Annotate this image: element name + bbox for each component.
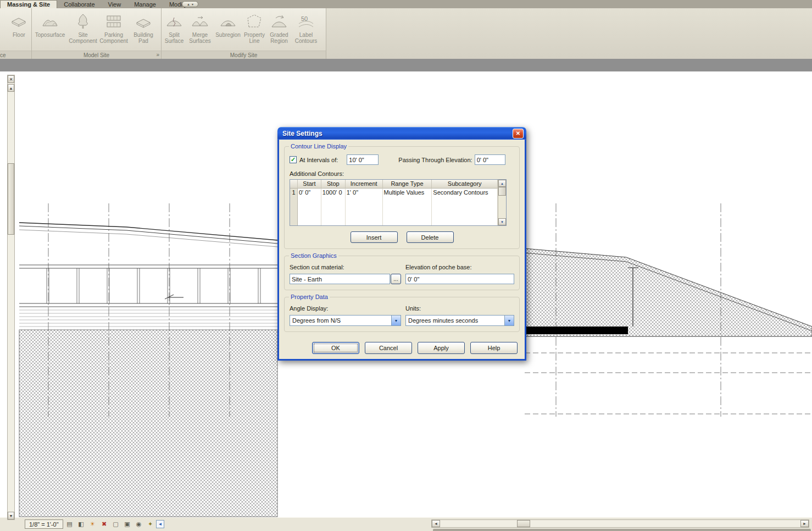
scroll-left-icon[interactable]: ◄: [432, 520, 440, 527]
angle-display-select[interactable]: Degrees from N/S ▼: [290, 315, 401, 326]
tab-collaborate[interactable]: Collaborate: [57, 1, 101, 8]
cell-start[interactable]: 0' 0": [298, 189, 321, 197]
units-select[interactable]: Degrees minutes seconds ▼: [405, 315, 514, 326]
tab-view[interactable]: View: [102, 1, 128, 8]
reveal-hidden-icon[interactable]: ✦: [146, 519, 155, 529]
row-number: 1: [290, 189, 297, 197]
column-header-start[interactable]: Start: [298, 180, 321, 189]
column-header-stop[interactable]: Stop: [321, 180, 346, 189]
pan-left-button[interactable]: ◄: [156, 520, 164, 528]
parking-component-icon: [105, 13, 123, 30]
cell-range-type[interactable]: Multiple Values: [383, 189, 432, 197]
group-label: Section Graphics: [289, 252, 338, 259]
temporary-hide-icon[interactable]: ◉: [134, 519, 143, 529]
floor-button[interactable]: Floor: [7, 9, 31, 51]
apply-button[interactable]: Apply: [418, 342, 465, 354]
property-line-button[interactable]: Property Line: [242, 9, 266, 51]
scroll-right-icon[interactable]: ►: [800, 520, 809, 527]
cell-subcategory[interactable]: Secondary Contours: [432, 189, 497, 197]
panel-expander-icon[interactable]: »: [156, 52, 159, 58]
additional-contours-table[interactable]: 1 Start 0' 0" Stop 1000' 0 Increment 1' …: [290, 179, 507, 226]
passing-elevation-input[interactable]: [475, 154, 505, 165]
ribbon-minimize-toggle[interactable]: ▲ ▾: [182, 1, 198, 7]
panel-label-modify-site[interactable]: Modify Site: [162, 51, 326, 59]
parking-component-button-label: Parking Component: [98, 32, 129, 44]
table-scrollbar-track[interactable]: [498, 196, 506, 218]
parking-component-button[interactable]: Parking Component: [98, 9, 129, 51]
detail-level-icon[interactable]: ▤: [65, 519, 74, 529]
column-header-subcategory[interactable]: Subcategory: [432, 180, 498, 189]
site-component-button-label: Site Component: [68, 32, 98, 44]
sun-icon[interactable]: ☀: [88, 519, 97, 529]
panel-label-model-by-face[interactable]: ce: [0, 51, 31, 59]
label-contours-button-label: Label Contours: [292, 32, 320, 44]
browse-material-button[interactable]: ...: [391, 274, 401, 284]
cancel-button[interactable]: Cancel: [365, 342, 412, 354]
merge-surfaces-button-label: Merge Surfaces: [186, 32, 214, 44]
poche-base-input[interactable]: [405, 274, 514, 284]
delete-button[interactable]: Delete: [407, 231, 454, 243]
ok-button[interactable]: OK: [312, 342, 359, 354]
crop-view-icon[interactable]: ▢: [111, 519, 120, 529]
scrollbar-track[interactable]: [8, 92, 14, 512]
label-contours-button[interactable]: 50 Label Contours: [292, 9, 320, 51]
section-cut-material-input[interactable]: [290, 274, 390, 284]
view-scale-control[interactable]: 1/8" = 1'-0": [25, 519, 63, 529]
chevron-down-icon[interactable]: ▼: [391, 316, 401, 325]
model-graphics-style-icon[interactable]: ◧: [76, 519, 86, 529]
table-scrollbar[interactable]: ▲ ▼: [498, 180, 506, 225]
section-cut-material-label: Section cut material:: [290, 264, 401, 270]
site-settings-dialog: Site Settings ✕ Contour Line Display ✓ A…: [277, 127, 526, 361]
toposurface-button[interactable]: Toposurface: [32, 9, 68, 51]
site-component-button[interactable]: Site Component: [68, 9, 98, 51]
cell-stop[interactable]: 1000' 0: [321, 189, 345, 197]
insert-button[interactable]: Insert: [351, 231, 398, 243]
column-header-increment[interactable]: Increment: [346, 180, 383, 189]
table-scrollbar-thumb[interactable]: [498, 187, 506, 196]
crop-region-icon[interactable]: ▣: [123, 519, 132, 529]
passing-elevation-label: Passing Through Elevation:: [398, 157, 472, 163]
split-surface-button-label: Split Surface: [162, 32, 186, 44]
poche-base-label: Elevation of poche base:: [405, 264, 514, 270]
ribbon-panel-model-by-face: Floor ce: [0, 8, 32, 59]
view-horizontal-scrollbar[interactable]: ◄ ►: [431, 519, 809, 528]
close-view-icon[interactable]: ✕: [8, 75, 14, 83]
tab-manage[interactable]: Manage: [127, 1, 163, 8]
floor-button-label: Floor: [13, 32, 25, 38]
wall-button[interactable]: [1, 9, 7, 51]
hscrollbar-track[interactable]: [440, 520, 800, 527]
table-scroll-down-icon[interactable]: ▼: [498, 218, 506, 225]
scroll-down-icon[interactable]: ▼: [8, 512, 14, 519]
view-vertical-scrollbar[interactable]: ✕ ▲ ▼: [7, 75, 15, 520]
close-icon[interactable]: ✕: [513, 129, 524, 139]
building-pad-button-label: Building Pad: [129, 32, 158, 44]
hscrollbar-thumb[interactable]: [517, 520, 530, 527]
dialog-titlebar[interactable]: Site Settings ✕: [277, 127, 526, 140]
ribbon-panel-modify-site: Split Surface Merge Surfaces Subregion: [162, 8, 326, 59]
row-header-blank: [290, 180, 298, 189]
cell-increment[interactable]: 1' 0": [346, 189, 382, 197]
at-intervals-checkbox[interactable]: ✓: [290, 156, 297, 163]
panel-label-model-site[interactable]: Model Site »: [32, 51, 161, 59]
merge-surfaces-button[interactable]: Merge Surfaces: [186, 9, 214, 51]
at-intervals-input[interactable]: [347, 154, 379, 165]
scrollbar-thumb[interactable]: [8, 163, 14, 235]
split-surface-button[interactable]: Split Surface: [162, 9, 186, 51]
label-contours-icon: 50: [297, 13, 315, 30]
scroll-up-icon[interactable]: ▲: [8, 84, 14, 92]
angle-display-value: Degrees from N/S: [290, 317, 391, 324]
tab-massing-and-site[interactable]: Massing & Site: [0, 0, 57, 8]
shadows-icon[interactable]: ✖: [99, 519, 109, 529]
units-label: Units:: [405, 305, 514, 312]
building-pad-button[interactable]: Building Pad: [129, 9, 158, 51]
window-bottom-strip: [433, 529, 811, 531]
column-header-range-type[interactable]: Range Type: [383, 180, 432, 189]
panel-label-text: ce: [0, 52, 6, 58]
group-label: Property Data: [289, 294, 330, 300]
graded-region-button[interactable]: Graded Region: [266, 9, 292, 51]
table-scroll-up-icon[interactable]: ▲: [498, 180, 506, 187]
toposurface-button-label: Toposurface: [35, 32, 65, 38]
help-button[interactable]: Help: [470, 342, 518, 354]
chevron-down-icon[interactable]: ▼: [504, 316, 514, 325]
subregion-button[interactable]: Subregion: [214, 9, 242, 51]
